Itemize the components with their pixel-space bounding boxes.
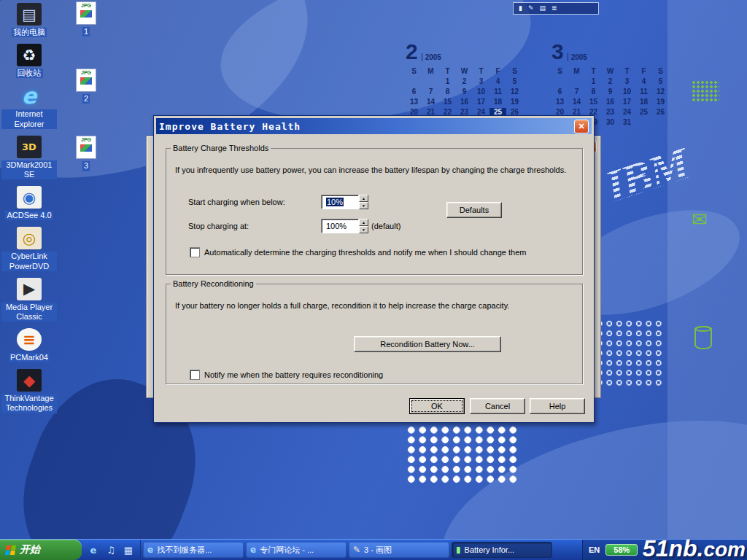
calendar-day: 6	[406, 88, 422, 98]
calendar-day: 19	[652, 98, 669, 108]
desktop-file-icon[interactable]: JPG1	[70, 1, 102, 36]
calendar-day: 14	[422, 98, 439, 108]
desktop-file-icon[interactable]: JPG2	[70, 69, 102, 104]
cancel-button[interactable]: Cancel	[470, 398, 525, 414]
desktop-icon[interactable]: ≡PCMark04	[1, 328, 57, 362]
help-button[interactable]: Help	[530, 398, 585, 414]
calendar-day: 13	[406, 98, 422, 108]
desktop-icon[interactable]: ◉ACDSee 4.0	[1, 186, 57, 220]
desktop-icon-label: 回收站	[16, 69, 43, 78]
calendar-day-header: F	[489, 66, 506, 77]
desktop-icon-label: 2	[82, 94, 90, 104]
battery-reconditioning-group: Battery Reconditioning If your battery n…	[166, 279, 583, 384]
desktop-icon-label: 3	[82, 161, 90, 171]
media-icon[interactable]: ♫	[105, 544, 117, 556]
jpg-file-icon: JPG	[76, 136, 96, 159]
calendar-day: 18	[635, 98, 652, 108]
calendar-day: 23	[602, 108, 619, 118]
calendar-year: 2005	[568, 53, 587, 61]
media-player-icon: ▶	[17, 278, 42, 300]
desktop-icon[interactable]: ▤我的电脑	[1, 3, 57, 37]
start-label: 开始	[20, 543, 40, 556]
calendar-day: 7	[568, 88, 585, 98]
calendar-day-header: W	[456, 66, 473, 77]
spin-up-icon[interactable]: ▲	[359, 219, 368, 226]
windows-flag-icon	[5, 545, 16, 555]
deco-toolbar-icon: ✎	[528, 5, 534, 12]
desktop-icon[interactable]: ◆ThinkVantage Technologies	[1, 369, 57, 413]
taskbar-task-label: 找不到服务器...	[157, 545, 212, 556]
calendar-day: 7	[422, 88, 439, 98]
desktop-icon[interactable]: 3D3DMark2001 SE	[1, 136, 57, 179]
taskbar-task[interactable]: ▮Battery Infor...	[452, 542, 552, 558]
battery-indicator[interactable]: 58%	[605, 544, 638, 556]
jpg-badge-label: JPG	[81, 3, 91, 8]
calendar-day: 3	[473, 77, 489, 88]
pixel-grid-icon	[692, 80, 719, 102]
show-desktop-icon[interactable]: ▦	[123, 544, 134, 556]
desktop-icon-label: PCMark04	[9, 353, 50, 362]
start-charging-label: Start charging when below:	[188, 198, 285, 206]
calendar-day: 30	[602, 118, 619, 128]
taskbar: 开始 e♫▦ e找不到服务器...e专门网论坛 - ...✎3 - 画图▮Bat…	[0, 539, 747, 560]
calendar-day: 14	[568, 98, 585, 108]
spin-down-icon[interactable]: ▼	[359, 226, 368, 233]
calendar-day: 1	[585, 77, 602, 88]
3dmark-icon: 3D	[17, 136, 42, 158]
calendar-day-header: T	[585, 66, 602, 77]
calendar-day: 11	[635, 88, 652, 98]
group-title: Battery Reconditioning	[171, 279, 256, 288]
calendar-day-header: T	[439, 66, 456, 77]
calendar-day: 6	[551, 88, 568, 98]
spin-up-icon[interactable]: ▲	[359, 195, 368, 202]
defaults-button[interactable]: Defaults	[446, 202, 502, 218]
calendar-month-number: 2	[406, 41, 418, 63]
envelope-icon: ✉	[692, 210, 708, 229]
notify-recondition-checkbox-label: Notify me when the battery requires reco…	[204, 370, 383, 379]
taskbar-task[interactable]: ✎3 - 画图	[349, 542, 449, 558]
desktop-icon[interactable]: eInternet Explorer	[1, 85, 57, 128]
powerdvd-icon: ◎	[17, 227, 42, 249]
desktop-icon-label: Internet Explorer	[1, 109, 57, 128]
desktop-icon[interactable]: ▶Media Player Classic	[1, 278, 57, 322]
desktop-icon-label: 1	[82, 27, 90, 36]
ibm-logo: IBM	[599, 125, 733, 212]
spinner-arrows[interactable]: ▲▼	[359, 195, 368, 208]
white-dots-pattern	[406, 425, 520, 483]
dialog-titlebar[interactable]: Improve Battery Health ✕	[156, 118, 592, 134]
calendar-day: 5	[506, 77, 523, 88]
calendar-header: 22005	[406, 38, 523, 63]
recondition-battery-button[interactable]: Recondition Battery Now...	[354, 336, 501, 352]
start-charging-value: 10%	[326, 198, 344, 206]
cylinder-icon	[694, 326, 712, 349]
start-charging-spinner[interactable]: 10% ▲▼	[321, 195, 359, 209]
calendar-day: 26	[652, 108, 669, 118]
start-button[interactable]: 开始	[0, 540, 82, 560]
ring-dots-pattern	[595, 319, 665, 388]
stop-charging-label: Stop charging at:	[188, 222, 249, 230]
calendar-day-header: S	[551, 66, 568, 77]
calendar-day: 9	[602, 88, 619, 98]
calendar-day: 10	[473, 88, 489, 98]
ie-icon[interactable]: e	[88, 544, 99, 556]
spinner-arrows[interactable]: ▲▼	[359, 219, 368, 232]
taskbar-task[interactable]: e找不到服务器...	[143, 542, 244, 558]
stop-charging-spinner[interactable]: 100% ▲▼	[321, 219, 359, 233]
jpg-thumbnail	[80, 10, 92, 18]
notify-recondition-checkbox[interactable]	[190, 370, 200, 380]
ok-button[interactable]: OK	[409, 398, 465, 414]
taskbar-task[interactable]: e专门网论坛 - ...	[246, 542, 347, 558]
calendar-day: 12	[652, 88, 669, 98]
close-icon: ✕	[578, 122, 584, 131]
desktop-file-icon[interactable]: JPG3	[70, 136, 102, 171]
spin-down-icon[interactable]: ▼	[359, 202, 368, 209]
calendar-day: 4	[489, 77, 506, 88]
desktop-icon[interactable]: ◎CyberLink PowerDVD	[1, 227, 57, 271]
language-indicator[interactable]: EN	[589, 545, 600, 554]
close-button[interactable]: ✕	[574, 120, 589, 133]
desktop-icon[interactable]: ♻回收站	[1, 44, 57, 78]
calendar-day-header: S	[652, 66, 669, 77]
auto-thresholds-checkbox[interactable]	[190, 247, 200, 257]
calendar-day: 31	[619, 118, 635, 128]
calendar-day: 13	[551, 98, 568, 108]
